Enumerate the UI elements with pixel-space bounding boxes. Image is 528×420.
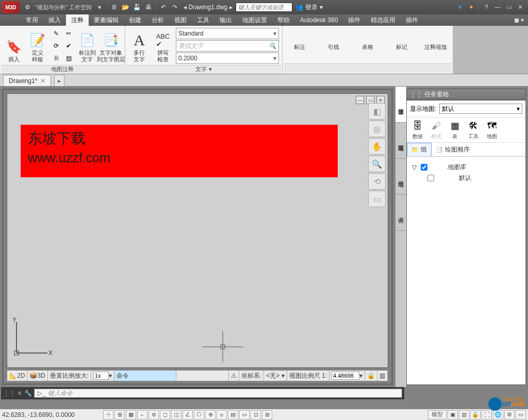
scale-input[interactable]: [332, 372, 359, 380]
tab-a360[interactable]: Autodesk 360: [295, 14, 343, 26]
sb-snap-icon[interactable]: ⊞: [114, 410, 125, 419]
orbit-icon[interactable]: ⟲: [368, 173, 386, 190]
save-icon[interactable]: 💾: [132, 2, 142, 12]
scale-list-icon[interactable]: ▥: [377, 371, 388, 381]
exchange-icon[interactable]: ✕: [455, 2, 465, 12]
lock-icon[interactable]: 🔒: [365, 371, 377, 381]
command-input[interactable]: ▷_键入命令: [34, 389, 402, 398]
app-logo[interactable]: M3D: [2, 1, 20, 13]
mode-3d-button[interactable]: 📦 3D: [27, 371, 47, 381]
tab-create[interactable]: 创建: [124, 14, 146, 26]
help-fav-icon[interactable]: ✦: [466, 2, 476, 12]
tab-tools[interactable]: 工具: [192, 14, 214, 26]
side-tab-survey[interactable]: 调查: [395, 195, 406, 231]
keyword-search-input[interactable]: [236, 3, 292, 12]
sb-otrack-icon[interactable]: ∠: [183, 410, 193, 419]
sb-osnap-icon[interactable]: ◻: [160, 410, 170, 419]
close-tab-icon[interactable]: ✕: [40, 77, 45, 85]
tools-tool[interactable]: 🛠工具: [466, 120, 481, 140]
sb2-icon[interactable]: ✂: [63, 28, 74, 39]
data-tool[interactable]: 🗄数据: [410, 120, 425, 140]
template-button[interactable]: 📝定义 样板: [27, 28, 48, 64]
sb6-icon[interactable]: ▤: [63, 53, 74, 64]
sb-3dosnap-icon[interactable]: ◫: [171, 410, 182, 419]
collapse-icon[interactable]: ▽: [412, 164, 417, 171]
task-pane-title[interactable]: ⋮⋮任务窗格: [406, 89, 526, 100]
sb-tran-icon[interactable]: ▤: [228, 410, 238, 419]
side-tab-map[interactable]: 地图管理器: [395, 123, 406, 159]
tab-view[interactable]: 视图: [169, 14, 192, 26]
tab-common[interactable]: 常用: [21, 14, 43, 26]
sb-polar-icon[interactable]: ⊛: [148, 410, 159, 419]
annoscale-button[interactable]: 注释缩放: [420, 27, 452, 63]
spell-button[interactable]: ABC✔拼写 检查: [152, 28, 174, 64]
sr1-icon[interactable]: ▣: [448, 410, 458, 419]
undo-icon[interactable]: ↶: [158, 2, 169, 12]
workspace-gear-icon[interactable]: ⚙: [22, 2, 32, 12]
sb-dyn-icon[interactable]: ⊕: [205, 410, 216, 419]
tab-feature-edit[interactable]: 要素编辑: [89, 14, 124, 26]
pan-icon[interactable]: ✋: [368, 138, 386, 155]
sb4-icon[interactable]: ✔: [63, 40, 74, 52]
dimension-button[interactable]: 标注: [284, 27, 316, 63]
sr6-icon[interactable]: ⚙: [504, 410, 515, 419]
panel2-title[interactable]: 文字 ▾: [126, 65, 281, 73]
tab-annotate[interactable]: 注释: [66, 14, 89, 26]
sb-lwt-icon[interactable]: ≡: [217, 410, 227, 419]
tab-map-setup[interactable]: 地图设置: [237, 14, 272, 26]
tab-group[interactable]: 📁 组: [407, 143, 432, 156]
sb5-icon[interactable]: ⎘: [51, 53, 62, 64]
workspace-label[interactable]: "规划与分析" 工作空间: [33, 4, 94, 11]
cmd-wrench-icon[interactable]: 🔧: [24, 390, 32, 397]
ribbon-overflow-icon[interactable]: ◼ ▾: [510, 14, 528, 26]
help-icon[interactable]: ?: [481, 2, 491, 12]
vexag-input[interactable]: [93, 372, 109, 380]
tab-plugin[interactable]: 插件: [343, 14, 366, 26]
warning-icon[interactable]: ⚠: [229, 371, 239, 381]
nav-wheel-icon[interactable]: ◎: [368, 121, 386, 137]
table-button[interactable]: 表格: [352, 27, 384, 63]
tree-child-row[interactable]: 默认: [412, 173, 520, 183]
text-to-layer-button[interactable]: 📑文字对象 到文字图层: [100, 28, 122, 64]
restore-button[interactable]: ▭: [503, 2, 515, 12]
drawing-viewport[interactable]: ― ▭ ✕ ◧ ◎ ✋ 🔍 ⟲ ▭ 东坡下载 www.uzzf.com Y X: [7, 93, 388, 368]
show-map-combo[interactable]: 默认▾: [439, 104, 522, 114]
tree-root-row[interactable]: ▽地图库: [412, 162, 520, 173]
login-button[interactable]: 👥 登录 ▾: [295, 3, 323, 12]
root-checkbox[interactable]: [421, 164, 427, 171]
find-text-input[interactable]: 查找文字🔍: [176, 40, 279, 52]
mtext-button[interactable]: A多行 文字: [128, 28, 150, 64]
sb-ducs-icon[interactable]: ⎔: [194, 410, 204, 419]
sr5-icon[interactable]: 🌐: [493, 410, 503, 419]
sb1-icon[interactable]: ✎: [51, 28, 62, 39]
file-tab-overflow[interactable]: ▸: [54, 75, 64, 86]
minimize-button[interactable]: ―: [492, 2, 503, 12]
sb-qp-icon[interactable]: ▭: [239, 410, 250, 419]
close-button[interactable]: ✕: [515, 2, 526, 12]
sb-ortho-icon[interactable]: ⌐: [137, 410, 147, 419]
workspace-dropdown-icon[interactable]: ▾: [94, 2, 105, 12]
sr2-icon[interactable]: ▥: [459, 410, 469, 419]
tab-insert[interactable]: 插入: [43, 14, 66, 26]
redo-icon[interactable]: ↷: [170, 2, 180, 12]
leader-button[interactable]: 引线: [318, 27, 350, 63]
new-icon[interactable]: 🗎: [109, 2, 120, 12]
mark-button[interactable]: 标记: [386, 27, 418, 63]
map-tool[interactable]: 🗺地图: [484, 120, 500, 140]
sb-sc-icon[interactable]: ⊡: [251, 410, 261, 419]
style-combo[interactable]: Standard▾: [176, 28, 279, 39]
tab-draw-order[interactable]: 📑 绘图顺序: [432, 143, 474, 156]
sr3-icon[interactable]: 🔒: [470, 410, 481, 419]
side-tab-book[interactable]: 地图册: [395, 159, 406, 195]
tab-analyze[interactable]: 分析: [146, 14, 169, 26]
showmotion-icon[interactable]: ▭: [368, 191, 386, 207]
file-tab[interactable]: Drawing1*✕: [3, 75, 51, 86]
viewcube-icon[interactable]: ◧: [368, 103, 386, 120]
tab-help[interactable]: 帮助: [272, 14, 295, 26]
annotate-to-text-button[interactable]: 📄标注到 文字: [76, 28, 98, 64]
insert-button[interactable]: 🔖插入: [3, 28, 25, 64]
zoom-icon[interactable]: 🔍: [368, 156, 386, 172]
cmd-handle-icon[interactable]: ⋮⋮ ✕: [3, 390, 22, 397]
model-tab[interactable]: 模型: [428, 410, 447, 419]
child-checkbox[interactable]: [427, 175, 434, 181]
